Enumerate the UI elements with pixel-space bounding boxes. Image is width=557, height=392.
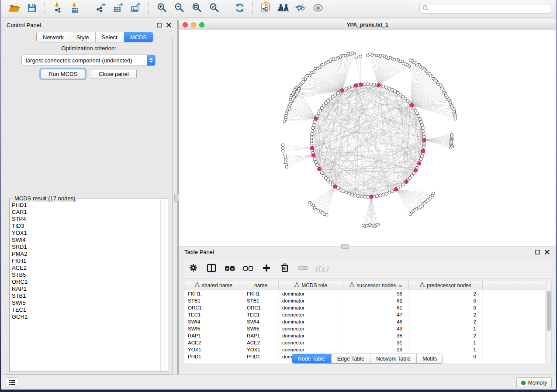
mcds-node[interactable] bbox=[318, 167, 321, 171]
float-panel-icon[interactable] bbox=[156, 21, 163, 28]
tab-select[interactable]: Select bbox=[96, 32, 124, 42]
network-file-button[interactable] bbox=[259, 2, 273, 16]
result-node-item[interactable]: ORC1 bbox=[12, 279, 159, 285]
table-scrollbar-thumb[interactable] bbox=[547, 291, 551, 331]
network-node[interactable] bbox=[373, 83, 376, 86]
network-node[interactable] bbox=[422, 130, 425, 133]
mcds-node[interactable] bbox=[405, 180, 408, 183]
table-row[interactable]: STB1STB1dominator620 bbox=[184, 297, 545, 304]
add-row-button[interactable] bbox=[261, 263, 272, 275]
table-row[interactable]: RAP1RAP1dominator352 bbox=[184, 332, 545, 339]
network-node[interactable] bbox=[421, 127, 424, 130]
network-node[interactable] bbox=[420, 155, 423, 158]
network-node[interactable] bbox=[394, 90, 397, 93]
network-node[interactable] bbox=[313, 158, 316, 161]
column-header-predecessor-nodes[interactable]: predecessor nodes bbox=[409, 281, 483, 290]
overview-button[interactable] bbox=[276, 2, 290, 16]
result-node-item[interactable]: TID3 bbox=[12, 223, 159, 230]
network-node[interactable] bbox=[420, 124, 423, 127]
network-node[interactable] bbox=[317, 112, 320, 115]
vertical-splitter-grip[interactable] bbox=[174, 194, 179, 202]
network-node[interactable] bbox=[417, 115, 420, 118]
network-node[interactable] bbox=[419, 120, 422, 124]
mcds-node[interactable] bbox=[314, 117, 318, 120]
network-canvas[interactable] bbox=[179, 30, 556, 246]
network-leaf-node[interactable] bbox=[281, 147, 284, 150]
optimization-criterion-select[interactable]: largest connected component (undirected) bbox=[21, 55, 156, 66]
network-leaf-node[interactable] bbox=[282, 150, 285, 153]
import-table-button[interactable] bbox=[68, 2, 82, 16]
result-node-item[interactable]: CAR1 bbox=[12, 209, 159, 216]
search-box[interactable] bbox=[419, 4, 551, 14]
close-table-panel-icon[interactable] bbox=[543, 248, 550, 255]
zoom-selected-button[interactable] bbox=[207, 2, 221, 16]
network-leaf-node[interactable] bbox=[367, 54, 370, 57]
tab-node-table[interactable]: Node Table bbox=[292, 354, 332, 363]
network-node[interactable] bbox=[311, 130, 314, 133]
table-scrollbar[interactable] bbox=[546, 281, 552, 362]
network-node[interactable] bbox=[422, 133, 426, 136]
network-node[interactable] bbox=[348, 192, 351, 195]
export-image-button[interactable] bbox=[129, 2, 143, 16]
mcds-node[interactable] bbox=[414, 168, 417, 172]
network-leaf-node[interactable] bbox=[450, 133, 453, 136]
column-header-MCDS-role[interactable]: MCDS role bbox=[279, 281, 343, 290]
network-node[interactable] bbox=[348, 86, 351, 89]
result-node-item[interactable]: FKH1 bbox=[12, 258, 159, 265]
network-node[interactable] bbox=[351, 193, 354, 196]
network-node[interactable] bbox=[379, 194, 382, 197]
hide-graphics-button[interactable] bbox=[311, 2, 325, 16]
zoom-out-button[interactable] bbox=[172, 2, 186, 16]
save-session-button[interactable] bbox=[25, 2, 39, 16]
network-node[interactable] bbox=[345, 87, 348, 90]
network-node[interactable] bbox=[419, 158, 422, 161]
table-row[interactable]: TEC1TEC1connector472 bbox=[184, 311, 545, 318]
mcds-node[interactable] bbox=[354, 84, 358, 87]
network-node[interactable] bbox=[388, 87, 391, 90]
network-leaf-node[interactable] bbox=[285, 165, 288, 168]
network-node[interactable] bbox=[345, 191, 348, 194]
result-node-item[interactable]: STB5 bbox=[12, 272, 159, 279]
tab-motifs[interactable]: Motifs bbox=[417, 354, 443, 363]
network-node[interactable] bbox=[312, 124, 315, 127]
column-header-shared-name[interactable]: shared name bbox=[184, 281, 243, 290]
zoom-in-button[interactable] bbox=[155, 2, 169, 16]
network-node[interactable] bbox=[401, 183, 405, 186]
mcds-node[interactable] bbox=[377, 83, 381, 87]
result-node-item[interactable]: PHD1 bbox=[12, 202, 159, 209]
result-node-item[interactable]: RAP1 bbox=[12, 285, 159, 292]
network-node[interactable] bbox=[422, 142, 426, 145]
network-node[interactable] bbox=[391, 88, 394, 91]
network-node[interactable] bbox=[311, 127, 315, 130]
result-node-item[interactable]: ACE2 bbox=[12, 265, 159, 272]
network-node[interactable] bbox=[342, 190, 345, 193]
network-node[interactable] bbox=[354, 194, 357, 197]
network-node[interactable] bbox=[357, 195, 360, 198]
settings-gear-button[interactable] bbox=[187, 263, 199, 275]
refresh-button[interactable] bbox=[233, 2, 247, 16]
network-node[interactable] bbox=[310, 139, 313, 142]
network-node[interactable] bbox=[367, 196, 370, 199]
export-table-button[interactable] bbox=[111, 2, 125, 16]
network-node[interactable] bbox=[385, 86, 388, 89]
mcds-node[interactable] bbox=[422, 149, 425, 153]
result-node-item[interactable]: TEC1 bbox=[12, 306, 159, 313]
column-header-name[interactable]: name bbox=[243, 281, 279, 290]
delete-row-button[interactable] bbox=[279, 263, 291, 275]
network-node[interactable] bbox=[382, 193, 385, 196]
network-node[interactable] bbox=[310, 142, 313, 145]
mcds-node[interactable] bbox=[422, 138, 426, 142]
search-input[interactable] bbox=[429, 5, 548, 12]
result-node-item[interactable]: GCR1 bbox=[12, 313, 159, 320]
network-node[interactable] bbox=[363, 195, 366, 198]
task-history-button[interactable] bbox=[6, 377, 18, 388]
result-node-item[interactable]: SWI4 bbox=[12, 237, 159, 244]
tab-network-table[interactable]: Network Table bbox=[370, 354, 417, 363]
network-node[interactable] bbox=[367, 83, 370, 86]
network-node[interactable] bbox=[376, 195, 379, 198]
result-list-scrollbar[interactable] bbox=[160, 199, 167, 371]
horizontal-splitter-grip[interactable] bbox=[341, 244, 349, 249]
run-mcds-button[interactable]: Run MCDS bbox=[41, 69, 85, 79]
network-window-titlebar[interactable]: YPA_prune.txt_1 bbox=[179, 20, 556, 30]
table-row[interactable]: YOX1YOX1connector291 bbox=[184, 346, 545, 353]
